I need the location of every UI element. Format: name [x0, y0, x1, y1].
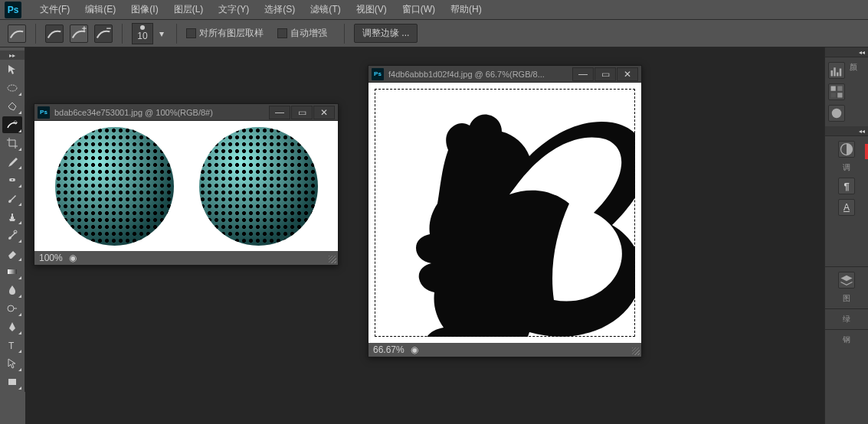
zoom-level-2[interactable]: 66.67%: [373, 344, 405, 355]
close-button[interactable]: ✕: [313, 106, 335, 119]
app-logo: Ps: [5, 2, 21, 18]
ps-icon: Ps: [372, 68, 384, 80]
channels-panel-label[interactable]: 绿: [843, 314, 850, 325]
status-info-icon[interactable]: ◉: [411, 344, 418, 355]
toolbox-collapse-tab[interactable]: ▸▸: [0, 51, 25, 60]
type-tool[interactable]: T: [2, 337, 22, 354]
toolbox: ▸▸ T: [0, 47, 25, 392]
gradient-tool[interactable]: [2, 263, 22, 280]
minimize-button[interactable]: —: [269, 106, 290, 119]
zoom-level-1[interactable]: 100%: [39, 253, 63, 263]
options-bar: 10 ▾ 对所有图层取样 自动增强 调整边缘 ...: [0, 20, 868, 47]
character-panel-icon[interactable]: A: [838, 199, 855, 216]
panel-expand-tab[interactable]: ◂◂: [825, 47, 868, 57]
status-info-icon[interactable]: ◉: [69, 253, 77, 263]
paragraph-panel-icon[interactable]: ¶: [838, 178, 855, 194]
maximize-button[interactable]: ▭: [594, 67, 616, 81]
ps-icon: Ps: [38, 106, 50, 119]
color-accent-indicator: [865, 144, 868, 159]
resize-grip[interactable]: [329, 256, 336, 263]
lasso-tool[interactable]: [2, 98, 22, 115]
move-tool[interactable]: [2, 61, 22, 78]
brush-size-picker[interactable]: 10: [132, 23, 153, 44]
menu-layer[interactable]: 图层(L): [166, 3, 211, 16]
svg-point-0: [8, 85, 17, 91]
svg-point-5: [8, 305, 14, 311]
document-canvas-1[interactable]: [34, 121, 338, 251]
menu-edit[interactable]: 编辑(E): [77, 3, 123, 16]
auto-enhance-checkbox[interactable]: 自动增强: [277, 27, 327, 40]
menu-filter[interactable]: 滤镜(T): [303, 3, 348, 16]
quick-selection-tool[interactable]: [2, 116, 22, 133]
svg-rect-12: [831, 86, 836, 91]
pen-tool[interactable]: [2, 318, 22, 335]
brush-size-value: 10: [137, 31, 147, 41]
document-window-2[interactable]: Ps f4db6abbb1d02f4d.jpg @ 66.7%(RGB/8...…: [368, 65, 642, 357]
svg-rect-13: [837, 86, 842, 91]
right-panel-dock: ◂◂ 颜 ◂◂ 调 ¶ A 图 绿 钢: [824, 47, 868, 424]
menu-bar: Ps 文件(F) 编辑(E) 图像(I) 图层(L) 文字(Y) 选择(S) 滤…: [0, 0, 868, 20]
svg-rect-8: [831, 70, 834, 77]
minimize-button[interactable]: —: [572, 67, 594, 81]
paths-panel-label[interactable]: 钢: [843, 334, 850, 345]
path-selection-tool[interactable]: [2, 355, 22, 372]
brush-tool[interactable]: [2, 190, 22, 207]
history-brush-tool[interactable]: [2, 227, 22, 243]
image-circle-left: [55, 127, 174, 246]
image-circle-right: [199, 127, 318, 246]
selection-new-button[interactable]: [45, 24, 64, 43]
healing-tool[interactable]: [2, 171, 22, 188]
svg-rect-9: [834, 67, 836, 76]
rectangle-tool[interactable]: [2, 373, 22, 390]
marquee-tool[interactable]: [2, 80, 22, 96]
refine-edge-button[interactable]: 调整边缘 ...: [354, 24, 418, 43]
workspace: Ps bdab6ce34e753001.jpg @ 100%(RGB/8#) —…: [25, 47, 824, 424]
svg-point-16: [832, 109, 842, 119]
auto-enhance-label: 自动增强: [290, 27, 327, 40]
close-button[interactable]: ✕: [617, 67, 638, 81]
svg-rect-4: [8, 269, 17, 274]
sample-all-layers-checkbox[interactable]: 对所有图层取样: [186, 27, 264, 40]
svg-rect-15: [837, 93, 842, 97]
menu-window[interactable]: 窗口(W): [395, 3, 443, 16]
svg-rect-7: [8, 379, 16, 385]
svg-text:T: T: [8, 341, 15, 351]
menu-file[interactable]: 文件(F): [32, 3, 77, 16]
adjustments-panel-icon[interactable]: [838, 141, 855, 158]
layers-panel-icon[interactable]: [838, 272, 855, 289]
styles-panel-icon[interactable]: [828, 105, 845, 122]
document-window-1[interactable]: Ps bdab6ce34e753001.jpg @ 100%(RGB/8#) —…: [34, 103, 339, 266]
menu-image[interactable]: 图像(I): [123, 3, 165, 16]
color-panel-label[interactable]: 颜: [850, 62, 857, 79]
maximize-button[interactable]: ▭: [291, 106, 313, 119]
crop-tool[interactable]: [2, 135, 22, 152]
svg-rect-10: [837, 73, 839, 77]
histogram-panel-icon[interactable]: [828, 62, 845, 79]
adjust-panel-label[interactable]: 调: [843, 162, 850, 173]
blur-tool[interactable]: [2, 282, 22, 298]
eyedropper-tool[interactable]: [2, 153, 22, 170]
svg-rect-14: [831, 93, 836, 97]
selection-add-button[interactable]: [70, 24, 88, 43]
panel-expand-tab-2[interactable]: ◂◂: [825, 126, 868, 135]
document-titlebar-1[interactable]: Ps bdab6ce34e753001.jpg @ 100%(RGB/8#) —…: [34, 104, 338, 121]
document-title-2: f4db6abbb1d02f4d.jpg @ 66.7%(RGB/8...: [388, 70, 572, 79]
menu-help[interactable]: 帮助(H): [443, 3, 490, 16]
menu-type[interactable]: 文字(Y): [211, 3, 257, 16]
document-title-1: bdab6ce34e753001.jpg @ 100%(RGB/8#): [54, 108, 268, 117]
layers-panel-label[interactable]: 图: [843, 293, 850, 304]
tool-preset-picker[interactable]: [8, 24, 26, 43]
resize-grip[interactable]: [632, 347, 640, 355]
document-titlebar-2[interactable]: Ps f4db6abbb1d02f4d.jpg @ 66.7%(RGB/8...…: [368, 66, 641, 83]
sample-all-label: 对所有图层取样: [199, 27, 264, 40]
menu-select[interactable]: 选择(S): [257, 3, 303, 16]
dodge-tool[interactable]: [2, 300, 22, 317]
menu-view[interactable]: 视图(V): [349, 3, 395, 16]
document-canvas-2[interactable]: [368, 83, 641, 343]
document-statusbar-2: 66.67% ◉: [368, 343, 641, 357]
document-statusbar-1: 100% ◉: [34, 251, 338, 265]
eraser-tool[interactable]: [2, 245, 22, 262]
swatches-panel-icon[interactable]: [828, 83, 845, 100]
selection-subtract-button[interactable]: [94, 24, 113, 43]
clone-stamp-tool[interactable]: [2, 208, 22, 225]
